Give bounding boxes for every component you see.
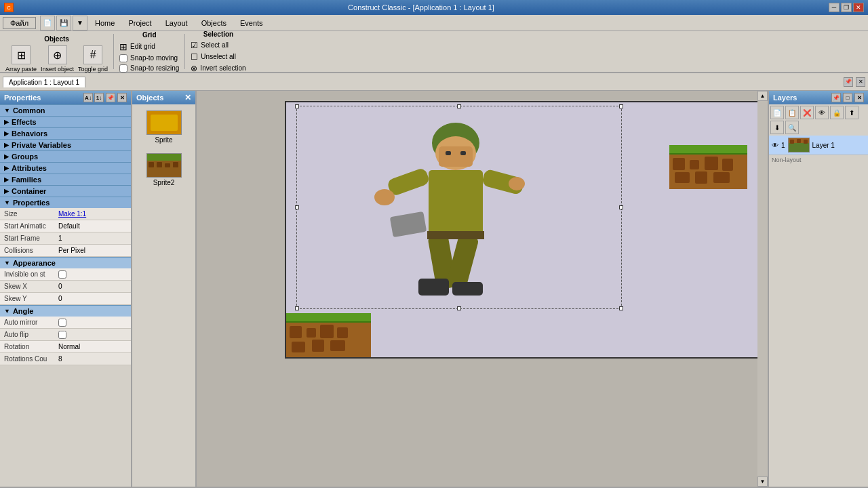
canvas-scroll-y: ▲ ▼ <box>757 91 768 487</box>
insert-object-label: Insert object <box>41 66 74 73</box>
auto-flip-checkbox[interactable] <box>58 331 66 339</box>
invisible-checkbox[interactable] <box>58 270 66 279</box>
menu-icon-save[interactable]: 💾 <box>56 16 71 30</box>
layer-eye-icon[interactable]: 👁 <box>772 142 778 149</box>
section-angle[interactable]: ▼ Angle <box>0 305 131 317</box>
props-pin-icon[interactable]: 📌 <box>106 93 115 102</box>
handle-br[interactable] <box>619 306 623 310</box>
section-appearance[interactable]: ▼ Appearance <box>0 257 131 268</box>
canvas-area[interactable]: ▲ ▼ <box>197 91 768 487</box>
objects-panel-header: Objects ✕ <box>132 91 195 104</box>
snap-moving-checkbox[interactable] <box>119 54 127 62</box>
props-num-icon[interactable]: 1↓ <box>94 93 104 102</box>
canvas-scroll-down[interactable]: ▼ <box>757 476 768 487</box>
container-label: Container <box>12 187 46 195</box>
groups-expand: ▶ <box>4 153 9 160</box>
svg-rect-5 <box>157 162 162 167</box>
svg-rect-10 <box>439 146 473 167</box>
layers-zoom-btn[interactable]: 🔍 <box>785 121 799 134</box>
layers-new-btn[interactable]: 📄 <box>770 106 784 119</box>
object-item-sprite[interactable]: Sprite <box>135 107 193 147</box>
layers-close-icon[interactable]: ✕ <box>854 93 864 102</box>
layers-up-btn[interactable]: ⬆ <box>845 106 859 119</box>
toggle-grid-btn[interactable]: # Toggle grid <box>78 45 108 73</box>
skew-x-label: Skew X <box>4 283 58 290</box>
array-paste-btn[interactable]: ⊞ Array paste <box>5 45 37 73</box>
layers-maxrestore-icon[interactable]: □ <box>843 93 852 102</box>
handle-ml[interactable] <box>295 205 299 209</box>
section-groups[interactable]: ▶ Groups <box>0 150 131 162</box>
main-layout: Properties A↓ 1↓ 📌 ✕ ▼ Common ▶ Effects <box>0 91 868 487</box>
size-value[interactable]: Make 1:1 <box>58 210 86 218</box>
families-label: Families <box>12 176 41 184</box>
handle-bl[interactable] <box>295 306 299 310</box>
layer-item-1[interactable]: 👁 1 Layer 1 <box>769 136 868 155</box>
restore-btn[interactable]: ❐ <box>841 3 852 12</box>
handle-tc[interactable] <box>457 104 461 108</box>
layers-eye-btn[interactable]: 👁 <box>815 106 829 119</box>
auto-mirror-checkbox[interactable] <box>58 319 66 327</box>
layers-down-btn[interactable]: ⬇ <box>770 121 784 134</box>
edit-grid-label: Edit grid <box>130 43 155 50</box>
start-frame-value: 1 <box>58 235 127 242</box>
handle-tl[interactable] <box>295 104 299 108</box>
unselect-all-btn[interactable]: ☐ Unselect all <box>191 52 245 62</box>
menu-project[interactable]: Project <box>122 17 157 29</box>
section-properties[interactable]: ▼ Properties <box>0 197 131 208</box>
menu-layout[interactable]: Layout <box>159 17 194 29</box>
app-icon: C <box>4 3 14 12</box>
start-anim-value: Default <box>58 222 127 230</box>
close-btn[interactable]: ✕ <box>853 3 864 12</box>
edit-grid-btn[interactable]: ⊞ Edit grid <box>119 41 179 52</box>
menu-icon-dropdown[interactable]: ▼ <box>73 16 87 30</box>
section-effects[interactable]: ▶ Effects <box>0 116 131 127</box>
skew-y-label: Skew Y <box>4 295 58 302</box>
container-expand: ▶ <box>4 188 9 195</box>
section-common[interactable]: ▼ Common <box>0 104 131 116</box>
handle-tr[interactable] <box>619 104 623 108</box>
properties-section-label: Properties <box>13 199 50 207</box>
section-behaviors[interactable]: ▶ Behaviors <box>0 127 131 139</box>
prop-auto-flip-row: Auto flip <box>0 329 131 341</box>
menu-icon-new[interactable]: 📄 <box>40 16 55 30</box>
select-all-btn[interactable]: ☑ Select all <box>191 41 245 50</box>
prop-rotation-row: Rotation Normal <box>0 341 131 353</box>
props-close-icon[interactable]: ✕ <box>117 93 127 102</box>
menu-objects[interactable]: Objects <box>195 17 233 29</box>
breadcrumb-path[interactable]: Application 1 : Layout 1 <box>3 77 85 87</box>
auto-flip-label: Auto flip <box>4 331 58 338</box>
section-attributes[interactable]: ▶ Attributes <box>0 162 131 174</box>
toggle-grid-label: Toggle grid <box>78 66 108 73</box>
invert-selection-btn[interactable]: ⊗ Invert selection <box>191 64 245 73</box>
minimize-btn[interactable]: ─ <box>829 3 840 12</box>
layers-toolbar: 📄 📋 ❌ 👁 🔒 ⬆ ⬇ 🔍 <box>769 104 868 136</box>
breadcrumb-close-btn[interactable]: ✕ <box>856 77 865 87</box>
handle-mr[interactable] <box>619 205 623 209</box>
layers-delete-btn[interactable]: ❌ <box>800 106 814 119</box>
section-private-vars[interactable]: ▶ Private Variables <box>0 139 131 150</box>
breadcrumb-pin-btn[interactable]: 📌 <box>844 77 853 87</box>
menu-events[interactable]: Events <box>234 17 269 29</box>
insert-object-btn[interactable]: ⊕ Insert object <box>41 45 74 73</box>
layers-copy-btn[interactable]: 📋 <box>785 106 799 119</box>
layers-lock-btn[interactable]: 🔒 <box>830 106 844 119</box>
prop-collisions-row: Collisions Per Pixel <box>0 245 131 257</box>
props-az-icon[interactable]: A↓ <box>83 93 93 102</box>
layers-pin-icon[interactable]: 📌 <box>831 93 841 102</box>
file-menu[interactable]: Файл <box>3 17 36 29</box>
section-families[interactable]: ▶ Families <box>0 174 131 185</box>
objects-panel-close[interactable]: ✕ <box>184 93 191 102</box>
svg-rect-12 <box>460 151 466 155</box>
object-item-sprite2[interactable]: Sprite2 <box>135 150 193 190</box>
handle-bc[interactable] <box>457 306 461 310</box>
prop-skew-y-row: Skew Y 0 <box>0 293 131 305</box>
prop-size-row: Size Make 1:1 <box>0 208 131 220</box>
section-container[interactable]: ▶ Container <box>0 185 131 197</box>
layers-list: 👁 1 Layer 1 Non-layout <box>769 136 868 487</box>
toolbar-objects-buttons: ⊞ Array paste ⊕ Insert object # Toggle g… <box>5 45 108 73</box>
canvas-scroll-up[interactable]: ▲ <box>757 91 768 101</box>
menu-home[interactable]: Home <box>89 17 121 29</box>
families-expand: ▶ <box>4 176 9 183</box>
prop-start-anim-row: Start Animatic Default <box>0 220 131 232</box>
snap-resizing-checkbox[interactable] <box>119 64 127 73</box>
